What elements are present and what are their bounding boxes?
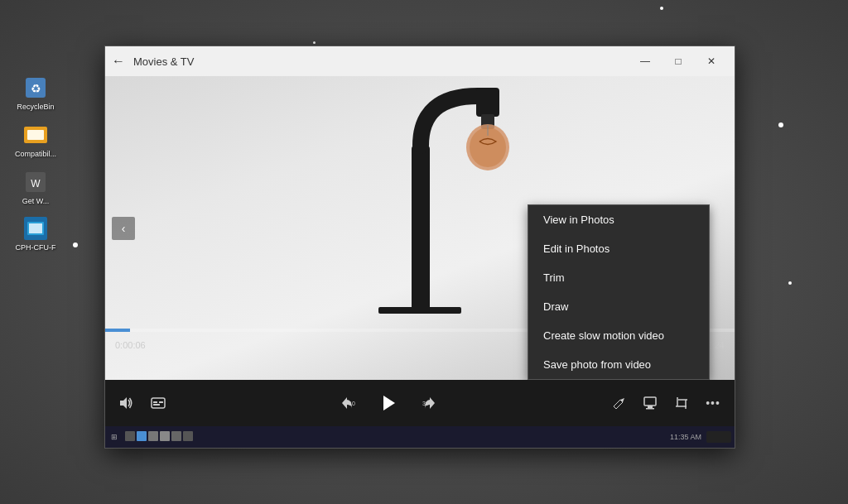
desktop-icon-recycle-label: RecycleBin	[17, 103, 54, 112]
svg-marker-22	[383, 396, 395, 410]
lamp-svg	[296, 79, 544, 377]
win-tb-app-5[interactable]	[171, 431, 181, 441]
window-title: Movies & TV	[133, 55, 629, 68]
captions-button[interactable]	[147, 391, 170, 415]
svg-rect-26	[646, 408, 654, 410]
controls-bar: 10 30 •••	[105, 380, 735, 426]
back-button[interactable]: ←	[112, 54, 125, 69]
svg-rect-17	[152, 398, 165, 408]
desktop-icon-getw[interactable]: W Get W...	[15, 169, 56, 206]
desktop-icon-compat-label: Compatibil...	[15, 150, 56, 159]
more-button[interactable]: •••	[701, 391, 725, 415]
dot-2	[313, 41, 316, 44]
prev-arrow[interactable]: ‹	[112, 217, 135, 240]
dot-5	[788, 281, 792, 285]
movies-tv-window: ← Movies & TV — □ ✕	[104, 46, 735, 449]
pencil-button[interactable]	[607, 391, 630, 415]
window-controls: — □ ✕	[629, 46, 728, 76]
dot-3	[778, 122, 783, 127]
win-taskbar-notification[interactable]	[706, 431, 731, 443]
desktop-icon-compat[interactable]: Compatibil...	[15, 122, 56, 159]
dot-1	[660, 7, 663, 10]
svg-rect-8	[29, 223, 42, 233]
svg-rect-24	[644, 397, 656, 406]
window-taskbar: ⊞ 11:35 AM	[105, 426, 735, 448]
win-tb-app-3[interactable]	[148, 431, 158, 441]
maximize-button[interactable]: □	[662, 46, 695, 76]
desktop-icon-cpf-label: CPH-CFU-F	[16, 243, 56, 252]
video-area: ‹ View in Photos Edit in Photos Trim Dra…	[105, 76, 735, 380]
svg-text:♻: ♻	[31, 82, 41, 95]
svg-rect-19	[159, 401, 163, 403]
context-menu-item-edit-in-photos[interactable]: Edit in Photos	[528, 234, 709, 263]
svg-rect-18	[153, 401, 157, 403]
desktop-icons: ♻ RecycleBin Compatibil... W Get W... CP…	[15, 74, 56, 252]
dot-4	[73, 242, 78, 247]
context-menu-item-view-in-photos[interactable]: View in Photos	[528, 205, 709, 234]
win-tb-app-4[interactable]	[160, 431, 170, 441]
desktop-icon-getw-label: Get W...	[22, 197, 50, 206]
win-taskbar-right: 11:35 AM	[670, 431, 731, 443]
svg-text:30: 30	[422, 401, 429, 406]
svg-text:10: 10	[349, 401, 355, 406]
context-menu: View in Photos Edit in Photos Trim Draw …	[528, 204, 710, 380]
volume-button[interactable]	[115, 391, 138, 415]
context-menu-item-trim[interactable]: Trim	[528, 263, 709, 292]
svg-rect-3	[27, 130, 44, 140]
svg-rect-10	[476, 88, 499, 117]
forward-30-button[interactable]: 30	[417, 391, 443, 415]
win-tb-app-2[interactable]	[137, 431, 147, 441]
context-menu-item-save-photo[interactable]: Save photo from video	[528, 350, 709, 379]
svg-rect-25	[648, 406, 653, 408]
play-button[interactable]	[377, 391, 400, 415]
svg-rect-20	[153, 404, 160, 406]
win-tb-app-6[interactable]	[183, 431, 193, 441]
context-menu-item-slow-motion[interactable]: Create slow motion video	[528, 321, 709, 350]
svg-marker-16	[120, 397, 127, 409]
svg-rect-15	[378, 307, 461, 314]
context-menu-item-draw[interactable]: Draw	[528, 292, 709, 321]
cast-button[interactable]	[638, 391, 662, 415]
win-start-icon[interactable]: ⊞	[108, 431, 120, 443]
desktop-icon-cpf[interactable]: CPH-CFU-F	[15, 215, 56, 252]
time-current: 0:00:06	[115, 340, 146, 350]
close-button[interactable]: ✕	[695, 46, 728, 76]
crop-button[interactable]	[670, 391, 693, 415]
svg-rect-9	[412, 146, 430, 311]
controls-left	[115, 391, 170, 415]
title-bar: ← Movies & TV — □ ✕	[105, 46, 735, 76]
controls-center: 10 30	[170, 391, 607, 415]
progress-bar-fill	[105, 329, 130, 332]
svg-text:W: W	[31, 178, 41, 190]
win-taskbar-left: ⊞	[108, 431, 193, 443]
minimize-button[interactable]: —	[629, 46, 662, 76]
win-tb-app-1[interactable]	[125, 431, 135, 441]
win-taskbar-time: 11:35 AM	[670, 433, 701, 441]
controls-right: •••	[607, 391, 725, 415]
desktop-icon-recycle[interactable]: ♻ RecycleBin	[15, 74, 56, 112]
rewind-10-button[interactable]: 10	[334, 391, 360, 415]
